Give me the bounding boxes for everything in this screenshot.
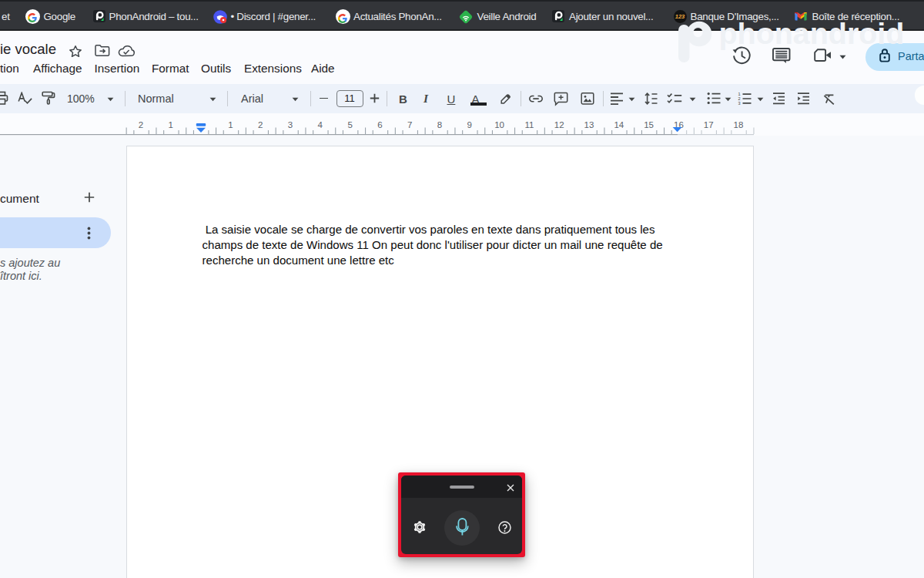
svg-text:5: 5 [347, 119, 352, 129]
svg-text:6: 6 [377, 119, 382, 129]
svg-text:2: 2 [258, 119, 263, 129]
svg-text:9: 9 [467, 119, 472, 129]
svg-text:18: 18 [734, 119, 744, 129]
svg-text:2: 2 [139, 119, 143, 129]
svg-text:7: 7 [407, 119, 412, 129]
svg-text:11: 11 [524, 119, 534, 129]
svg-text:4: 4 [318, 119, 323, 129]
svg-text:1: 1 [169, 119, 173, 129]
svg-text:1: 1 [228, 119, 233, 129]
svg-text:12: 12 [554, 119, 564, 129]
svg-text:3: 3 [738, 101, 741, 106]
svg-text:3: 3 [288, 119, 293, 129]
svg-text:15: 15 [644, 119, 654, 129]
svg-text:8: 8 [437, 119, 442, 129]
svg-text:13: 13 [584, 119, 594, 129]
svg-text:14: 14 [614, 119, 624, 129]
svg-text:10: 10 [494, 119, 504, 129]
svg-text:17: 17 [704, 119, 714, 129]
